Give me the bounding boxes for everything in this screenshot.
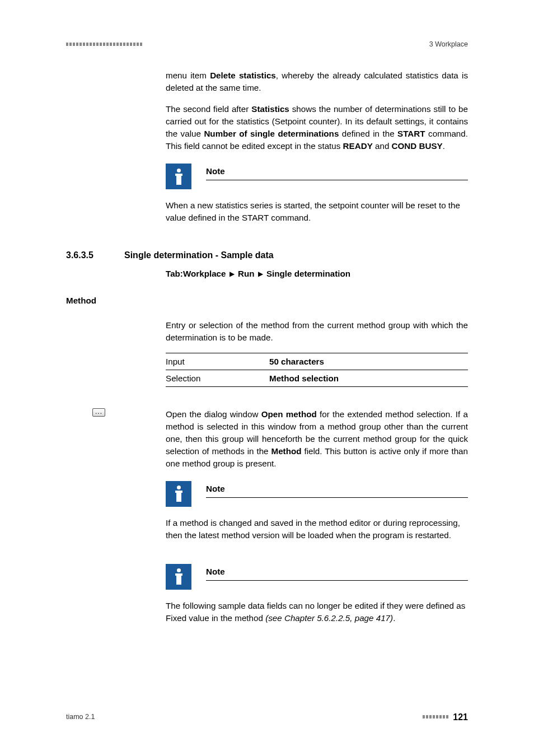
open-method-paragraph: Open the dialog window Open method for t… <box>166 408 468 470</box>
footer-ornament-right <box>423 715 448 718</box>
note-setpoint-reset: Note When a new statistics series is sta… <box>166 164 468 224</box>
note-fixed-value: Note The following sample data fields ca… <box>166 564 468 624</box>
method-spec-table: Input 50 characters Selection Method sel… <box>166 353 468 387</box>
spec-value: 50 characters <box>269 353 468 370</box>
section-title: Single determination - Sample data <box>124 249 274 262</box>
spec-label: Input <box>166 353 269 370</box>
open-method-button[interactable]: ... <box>92 408 105 417</box>
note-title: Note <box>206 483 468 498</box>
section-heading: 3.6.3.5 Single determination - Sample da… <box>66 249 468 262</box>
page-footer: tiamo 2.1 121 <box>66 711 468 724</box>
table-row: Selection Method selection <box>166 370 468 386</box>
note-body: If a method is changed and saved in the … <box>166 517 468 542</box>
page-number: 121 <box>453 711 468 724</box>
table-row: Input 50 characters <box>166 353 468 370</box>
paragraph-delete-statistics: menu item Delete statistics, whereby the… <box>166 69 468 94</box>
info-icon <box>166 481 191 507</box>
note-title: Note <box>206 165 468 180</box>
method-heading: Method <box>66 295 468 307</box>
header-ornament-left <box>66 43 142 46</box>
info-icon <box>166 164 191 189</box>
info-icon <box>166 564 191 590</box>
method-description: Entry or selection of the method from th… <box>166 319 468 344</box>
paragraph-statistics-field: The second field after Statistics shows … <box>166 103 468 152</box>
spec-value: Method selection <box>269 370 468 386</box>
section-number: 3.6.3.5 <box>66 249 124 262</box>
note-body: The following sample data fields can no … <box>166 600 468 624</box>
spec-label: Selection <box>166 370 269 386</box>
breadcrumb: Tab:Workplace ▶ Run ▶ Single determinati… <box>166 268 468 280</box>
note-body: When a new statistics series is started,… <box>166 199 468 224</box>
footer-product: tiamo 2.1 <box>66 712 95 722</box>
page-header: 3 Workplace <box>66 39 468 49</box>
header-chapter-label: 3 Workplace <box>429 39 468 49</box>
note-title: Note <box>206 566 468 581</box>
note-method-version: Note If a method is changed and saved in… <box>166 481 468 542</box>
